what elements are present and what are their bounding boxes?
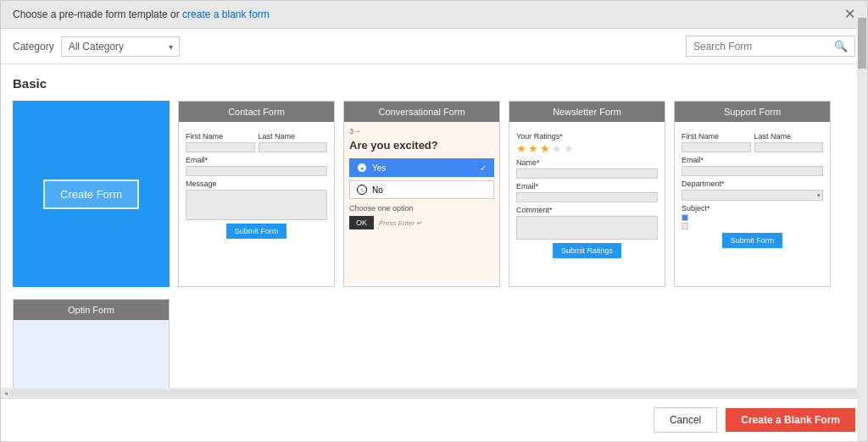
contact-email-input	[186, 166, 327, 176]
support-submit-btn[interactable]: Submit Form	[722, 233, 783, 248]
search-input[interactable]	[693, 41, 834, 52]
category-select[interactable]: All Category Basic Advanced Survey	[61, 36, 180, 57]
category-area: Category All Category Basic Advanced Sur…	[13, 36, 180, 57]
support-checkbox-2	[682, 223, 688, 229]
templates-row-1: Create Form Contact Form First Name Last…	[13, 101, 855, 287]
hscroll-track	[9, 390, 859, 396]
conv-no-label: No	[372, 185, 383, 195]
contact-form-card[interactable]: Contact Form First Name Last Name Email*	[178, 101, 335, 287]
contact-lastname-input	[259, 142, 328, 152]
conv-option-no: ○ No	[349, 180, 494, 199]
support-firstname-label: First Name	[682, 132, 751, 141]
modal-footer: Cancel Create a Blank Form	[1, 398, 867, 441]
star-3: ★	[540, 142, 550, 155]
support-email-input	[682, 166, 823, 176]
create-blank-form-button[interactable]: Create a Blank Form	[726, 408, 855, 432]
search-icon: 🔍	[834, 40, 848, 52]
conv-action-row: OK Press Enter ↵	[349, 216, 494, 229]
support-form-card[interactable]: Support Form First Name Last Name Email*	[674, 101, 831, 287]
header-static-text: Choose a pre-made form template or	[13, 8, 182, 20]
conv-ok-btn[interactable]: OK	[349, 216, 374, 229]
contact-email-label: Email*	[186, 156, 327, 164]
modal-header-text: Choose a pre-made form template or creat…	[13, 8, 270, 20]
star-4: ★	[552, 142, 562, 155]
support-dept-arrow: ▾	[817, 192, 821, 199]
support-form-header: Support Form	[675, 102, 830, 122]
support-lastname-label: Last Name	[754, 132, 824, 141]
conv-question-num: 3→	[349, 127, 494, 135]
conv-question-text: Are you excited?	[349, 139, 494, 152]
conv-enter-hint: Press Enter ↵	[379, 219, 422, 227]
newsletter-form-body: Your Ratings* ★ ★ ★ ★ ★ Name* Email* Com…	[509, 122, 665, 283]
support-firstname-input	[682, 142, 751, 152]
star-2: ★	[528, 142, 538, 155]
modal-container: Choose a pre-made form template or creat…	[0, 0, 868, 442]
close-button[interactable]: ✕	[844, 8, 855, 21]
newsletter-form-header: Newsletter Form	[509, 102, 665, 122]
support-firstname-col: First Name	[682, 129, 751, 152]
contact-form-body: First Name Last Name Email* Message Subm…	[179, 122, 334, 283]
newsletter-email-label: Email*	[516, 182, 658, 191]
newsletter-comment-input	[516, 216, 658, 240]
conv-yes-circle: ●	[357, 163, 367, 173]
right-scrollbar[interactable]	[857, 1, 867, 441]
conversational-form-card[interactable]: Conversational Form 3→ Are you excited? …	[343, 101, 500, 287]
templates-row-2: Optin Form	[13, 299, 855, 388]
content-area: Basic Create Form Contact Form First Nam…	[1, 64, 867, 388]
conversational-form-body: 3→ Are you excited? ● Yes ✓ ○ No Choose …	[344, 122, 499, 283]
newsletter-ratings-label: Your Ratings*	[516, 132, 658, 141]
support-names-row: First Name Last Name	[682, 129, 823, 152]
create-form-tile[interactable]: Create Form	[13, 101, 170, 287]
conversational-form-header: Conversational Form	[344, 102, 499, 122]
ratings-stars-row: ★ ★ ★ ★ ★	[516, 142, 658, 155]
search-area: 🔍	[686, 36, 855, 57]
optin-form-header: Optin Form	[14, 300, 169, 320]
contact-message-label: Message	[186, 180, 327, 188]
contact-lastname-col: Last Name	[259, 129, 328, 152]
contact-firstname-input	[186, 142, 255, 152]
conv-no-circle: ○	[357, 185, 367, 195]
star-1: ★	[516, 142, 526, 155]
category-wrapper: All Category Basic Advanced Survey ▾	[61, 36, 180, 57]
conv-check-icon: ✓	[480, 163, 487, 173]
create-form-button[interactable]: Create Form	[43, 180, 139, 209]
support-lastname-input	[754, 142, 824, 152]
optin-form-body	[14, 320, 169, 388]
newsletter-email-input	[516, 192, 658, 202]
modal-header: Choose a pre-made form template or creat…	[1, 1, 867, 29]
toolbar: Category All Category Basic Advanced Sur…	[1, 29, 867, 64]
category-label: Category	[13, 41, 54, 52]
contact-firstname-label: First Name	[186, 132, 255, 141]
support-lastname-col: Last Name	[754, 129, 824, 152]
support-dept-select: ▾	[682, 190, 823, 201]
support-checkbox-1	[682, 214, 688, 221]
contact-names-row: First Name Last Name	[186, 129, 327, 152]
cancel-button[interactable]: Cancel	[654, 407, 717, 433]
section-title-basic: Basic	[13, 76, 855, 91]
support-form-body: First Name Last Name Email* Department* …	[675, 122, 830, 283]
contact-firstname-col: First Name	[186, 129, 255, 152]
star-5: ★	[564, 142, 574, 155]
support-email-label: Email*	[682, 156, 823, 164]
contact-submit-btn[interactable]: Submit Form	[226, 224, 287, 239]
support-subject-label: Subject*	[682, 204, 823, 213]
conv-option-yes: ● Yes ✓	[349, 158, 494, 177]
newsletter-form-card[interactable]: Newsletter Form Your Ratings* ★ ★ ★ ★ ★ …	[509, 101, 665, 287]
newsletter-name-input	[516, 169, 658, 179]
newsletter-submit-btn[interactable]: Submit Ratings	[553, 243, 621, 258]
newsletter-comment-label: Comment*	[516, 206, 658, 214]
support-checkbox-1-row	[682, 214, 823, 221]
contact-message-input	[186, 190, 327, 220]
contact-form-header: Contact Form	[179, 102, 334, 122]
support-dept-label: Department*	[682, 180, 823, 188]
bottom-scrollbar[interactable]: ◂ ▸	[1, 388, 867, 398]
support-checkbox-2-row	[682, 223, 823, 229]
conv-yes-label: Yes	[372, 163, 386, 173]
newsletter-name-label: Name*	[516, 158, 658, 167]
scrollbar-thumb	[858, 18, 866, 69]
create-blank-link[interactable]: create a blank form	[182, 8, 270, 20]
contact-lastname-label: Last Name	[259, 132, 328, 141]
scroll-left-arrow[interactable]: ◂	[3, 390, 9, 397]
optin-form-card[interactable]: Optin Form	[13, 299, 170, 388]
conv-choose-text: Choose one option	[349, 204, 494, 213]
